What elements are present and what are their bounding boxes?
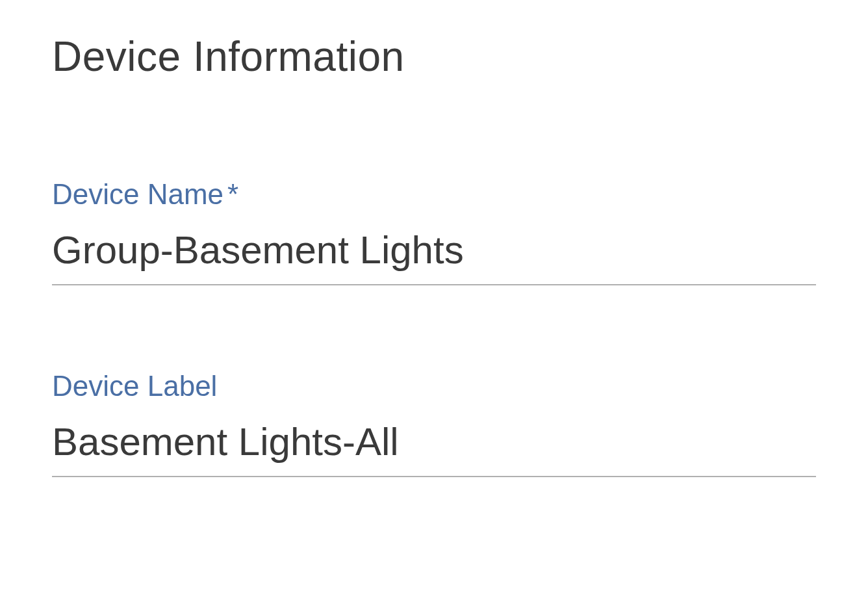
section-title: Device Information <box>52 33 816 81</box>
device-name-field: Device Name* <box>52 178 816 285</box>
required-asterisk-icon: * <box>227 178 238 210</box>
device-label-label: Device Label <box>52 370 816 402</box>
device-name-label-text: Device Name <box>52 178 223 210</box>
device-label-input[interactable] <box>52 414 816 477</box>
device-name-label: Device Name* <box>52 178 816 211</box>
device-name-input[interactable] <box>52 222 816 285</box>
device-label-field: Device Label <box>52 370 816 477</box>
